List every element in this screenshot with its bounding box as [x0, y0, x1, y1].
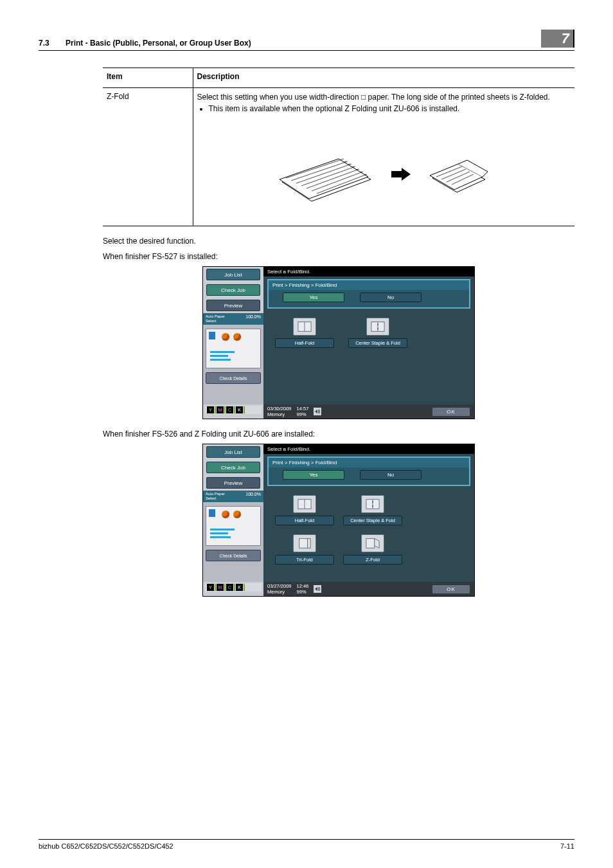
center-staple-option[interactable]: Center Staple & Fold: [348, 318, 407, 348]
half-fold-icon: [293, 318, 316, 336]
tri-fold-label: Tri-Fold: [275, 555, 334, 565]
instruction-3: When finisher FS-526 and Z Folding unit …: [103, 429, 574, 439]
section-number: 7.3: [39, 39, 49, 48]
instruction-2: When finisher FS-527 is installed:: [103, 252, 574, 261]
half-fold-option[interactable]: Half-Fold: [275, 318, 334, 348]
description-table: Item Description Z-Fold Select this sett…: [103, 68, 574, 226]
svg-rect-33: [372, 502, 373, 503]
check-job-tab[interactable]: Check Job: [206, 284, 260, 296]
toner-indicator: YMCK: [205, 406, 262, 414]
footer-model: bizhub C652/C652DS/C552/C552DS/C452: [39, 842, 173, 850]
half-fold-label: Half-Fold: [275, 338, 334, 348]
screenshot-fs526-zu606: Job List Check Job Preview Auto Paper Se…: [202, 444, 475, 597]
prompt-bar: Select a Fold/Bind.: [263, 267, 474, 276]
header-left: 7.3 Print - Basic (Public, Personal, or …: [39, 39, 251, 48]
preview-thumb: [206, 506, 261, 546]
desc-cell: Select this setting when you use width-d…: [193, 88, 574, 226]
page-footer: bizhub C652/C652DS/C552/C552DS/C452 7-11: [39, 839, 574, 850]
yes-button[interactable]: Yes: [283, 293, 344, 302]
no-button[interactable]: No: [360, 470, 422, 480]
section-title: Print - Basic (Public, Personal, or Grou…: [66, 39, 251, 48]
half-fold-label: Half-Fold: [275, 516, 334, 525]
desc-bullet: This item is available when the optional…: [209, 104, 571, 114]
yes-button[interactable]: Yes: [283, 470, 344, 480]
check-details-button[interactable]: Check Details: [206, 372, 261, 384]
svg-rect-35: [299, 539, 308, 548]
preview-tab[interactable]: Preview: [206, 477, 260, 489]
tri-fold-icon: [293, 534, 316, 552]
item-cell: Z-Fold: [103, 88, 193, 226]
check-details-button[interactable]: Check Details: [206, 550, 261, 561]
status-icon: [314, 408, 321, 415]
svg-rect-37: [366, 539, 375, 548]
check-job-tab[interactable]: Check Job: [206, 462, 260, 473]
zfold-illustration: [197, 119, 571, 219]
svg-rect-34: [372, 505, 373, 507]
paper-after-icon: [427, 151, 489, 197]
preview-tab[interactable]: Preview: [206, 300, 260, 311]
toner-indicator: YMCK: [205, 583, 262, 592]
footer-page: 7-11: [560, 842, 574, 850]
job-list-tab[interactable]: Job List: [206, 269, 260, 280]
preview-thumb: [206, 329, 261, 368]
svg-rect-26: [377, 324, 378, 326]
chapter-badge: 7: [541, 30, 574, 48]
z-fold-option[interactable]: Z-Fold: [343, 534, 402, 565]
auto-paper-status: Auto Paper Select 100.0%: [203, 313, 263, 325]
center-staple-icon: [361, 495, 384, 513]
desc-paragraph: Select this setting when you use width-d…: [197, 92, 571, 102]
center-staple-icon: [366, 318, 389, 336]
half-fold-option[interactable]: Half-Fold: [275, 495, 334, 525]
half-fold-icon: [293, 495, 316, 513]
th-item: Item: [103, 68, 193, 88]
z-fold-label: Z-Fold: [343, 555, 402, 565]
center-staple-option[interactable]: Center Staple & Fold: [343, 495, 402, 525]
status-bar: 03/27/2009 Memory 12:46 99% OK: [263, 582, 474, 596]
running-header: 7.3 Print - Basic (Public, Personal, or …: [39, 30, 574, 51]
prompt-bar: Select a Fold/Bind.: [263, 444, 474, 454]
table-row: Z-Fold Select this setting when you use …: [103, 88, 574, 226]
th-desc: Description: [193, 68, 574, 88]
breadcrumb: Print > Finishing > Fold/Bind: [269, 280, 469, 290]
paper-before-icon: [278, 142, 375, 206]
arrow-right-icon: [391, 168, 411, 181]
svg-rect-36: [308, 539, 311, 548]
instruction-1: Select the desired function.: [103, 237, 574, 246]
z-fold-icon: [361, 534, 384, 552]
center-staple-label: Center Staple & Fold: [348, 338, 407, 348]
screenshot-fs527: Job List Check Job Preview Auto Paper Se…: [202, 266, 475, 419]
auto-paper-status: Auto Paper Select 100.0%: [203, 491, 263, 502]
status-icon: [314, 585, 321, 593]
tri-fold-option[interactable]: Tri-Fold: [275, 534, 334, 565]
breadcrumb: Print > Finishing > Fold/Bind: [269, 458, 469, 467]
status-bar: 03/30/2009 Memory 14:57 99% OK: [263, 404, 474, 419]
svg-marker-15: [391, 168, 411, 181]
ok-button[interactable]: OK: [432, 584, 470, 594]
job-list-tab[interactable]: Job List: [206, 446, 260, 458]
svg-rect-27: [377, 328, 378, 330]
no-button[interactable]: No: [360, 293, 422, 302]
ok-button[interactable]: OK: [432, 407, 470, 417]
center-staple-label: Center Staple & Fold: [343, 516, 402, 525]
svg-marker-38: [375, 539, 379, 548]
